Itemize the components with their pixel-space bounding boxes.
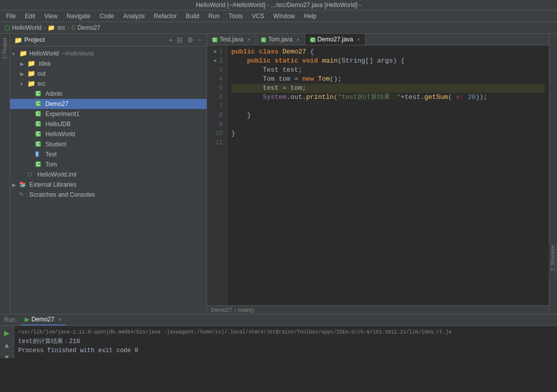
tree-item-Student[interactable]: CStudent [10, 139, 207, 149]
tree-item-external-libraries[interactable]: ▶📚External Libraries [10, 180, 207, 190]
gutter-line-11: 11 [207, 138, 227, 147]
tree-item-HelloWorld[interactable]: CHelloWorld [10, 129, 207, 139]
tab-demo27-java[interactable]: CDemo27.java× [305, 34, 366, 45]
tab-icon-demo27-java: C [310, 36, 316, 43]
tree-label-helloworld-iml: HelloWorld.iml [37, 171, 76, 178]
tree-item-idea[interactable]: ▶📁.idea [10, 59, 207, 69]
menu-item-refactor[interactable]: Refactor [150, 12, 181, 21]
tab-icon-tom-java: C [261, 36, 267, 43]
tab-label-tom-java: Tom.java [268, 36, 292, 43]
minimize-icon[interactable]: − [196, 36, 202, 44]
tree-label-Student: Student [45, 141, 66, 148]
breadcrumb-helloworld[interactable]: HelloWorld [12, 24, 41, 31]
tree-arrow-Admin [28, 91, 35, 97]
tab-test-java[interactable]: CTest.java× [207, 34, 256, 45]
breadcrumb-demo27[interactable]: Demo27 [77, 24, 100, 31]
add-icon[interactable]: + [168, 36, 174, 44]
settings-icon[interactable]: ⚙ [186, 36, 194, 44]
bottom-controls: ▶ ▲ ▼ ■ ≡ [0, 326, 14, 358]
run-button[interactable]: ▶ [2, 328, 12, 338]
tree-item-Demo27[interactable]: CDemo27 [10, 99, 207, 109]
tree-arrow-external-libraries: ▶ [12, 182, 19, 188]
tab-close-test-java[interactable]: × [247, 37, 250, 42]
scroll-down-button[interactable]: ▼ [2, 352, 12, 358]
tabs-bar: CTest.java×CTom.java×CDemo27.java× [207, 34, 549, 45]
tree-label-Test: Test [45, 151, 57, 158]
run-arrow-1[interactable]: ▶ [214, 47, 217, 57]
bottom-tab-icon: ▶ [25, 316, 29, 323]
tree-label-external-libraries: External Libraries [29, 181, 76, 188]
tree-icon-Tom: C [35, 160, 43, 169]
gutter-line-5: 5 [207, 84, 227, 93]
code-line-5: 💡 test = tom; [231, 84, 545, 93]
menu-item-code[interactable]: Code [95, 12, 118, 21]
run-label: Run: [2, 315, 19, 325]
breadcrumb: ⬡ HelloWorld › 📁 src › C Demo27 [0, 22, 557, 34]
menu-item-analyze[interactable]: Analyze [119, 12, 149, 21]
breadcrumb-demo27-icon: C [71, 25, 75, 31]
tree-label-Demo27: Demo27 [45, 100, 68, 107]
gutter-line-3: 3 [207, 66, 227, 75]
bottom-tab-close[interactable]: × [59, 317, 62, 322]
tree-item-helloworld-iml[interactable]: ⬡HelloWorld.iml [10, 170, 207, 180]
menu-item-view[interactable]: View [40, 12, 62, 21]
breadcrumb-icon: ⬡ [4, 24, 10, 32]
editor[interactable]: ▶1▶234567891011 public class Demo27 { pu… [207, 45, 549, 305]
tree-arrow-HelloJDB [28, 122, 35, 127]
run-arrow-2[interactable]: ▶ [214, 57, 217, 66]
tree-item-scratches[interactable]: ✎Scratches and Consoles [10, 190, 207, 200]
scroll-up-button[interactable]: ▲ [2, 340, 12, 350]
tree-item-Test[interactable]: ITest [10, 149, 207, 159]
bottom-content: ▶ ▲ ▼ ■ ≡ /usr/lib/jvm/java-1.11.0-openj… [0, 326, 557, 358]
tab-label-demo27-java: Demo27.java [318, 36, 353, 43]
menu-item-edit[interactable]: Edit [21, 12, 39, 21]
project-header: 📁 Project + ⊟ ⚙ − [10, 34, 207, 46]
tab-tom-java[interactable]: CTom.java× [256, 34, 305, 45]
console-line-exit: Process finished with exit code 0 [18, 346, 553, 355]
breadcrumb-src[interactable]: src [57, 24, 65, 31]
side-strip: 1: Project [0, 34, 10, 314]
bottom-tabs-bar: Run: ▶ Demo27 × [0, 314, 557, 326]
tree-label-Admin: Admin [45, 90, 63, 97]
menu-item-run[interactable]: Run [205, 12, 224, 21]
console-output: /usr/lib/jvm/java-1.11.0-openjdk-amd64/b… [14, 326, 557, 358]
tab-close-tom-java[interactable]: × [296, 37, 299, 42]
menu-item-navigate[interactable]: Navigate [63, 12, 94, 21]
menu-item-window[interactable]: Window [269, 12, 299, 21]
code-line-1: public class Demo27 { [231, 47, 545, 57]
menu-item-vcs[interactable]: VCS [248, 12, 269, 21]
gutter-line-8: 8 [207, 111, 227, 120]
tree-icon-HelloJDB: C [35, 120, 43, 128]
tree-icon-Experiment1: C [35, 110, 43, 118]
code-line-7 [231, 102, 545, 111]
code-content[interactable]: public class Demo27 { public static void… [227, 45, 549, 305]
project-strip-label[interactable]: 1: Project [1, 36, 9, 61]
tree-item-HelloJDB[interactable]: CHelloJDB [10, 119, 207, 129]
tree-label-Experiment1: Experiment1 [45, 110, 79, 118]
tree-item-helloworld-root[interactable]: ▾📁HelloWorld~/HelloWorld [10, 48, 207, 59]
editor-breadcrumb: Demo27 › main() [207, 305, 549, 314]
tree-item-src[interactable]: ▾📁src [10, 79, 207, 89]
tab-close-demo27-java[interactable]: × [357, 37, 360, 42]
structure-strip-label[interactable]: 2: Structure [549, 243, 557, 273]
tree-item-Admin[interactable]: CAdmin [10, 89, 207, 99]
tree-icon-helloworld-iml: ⬡ [27, 171, 35, 179]
gutter-line-4: 4 [207, 75, 227, 84]
tree-arrow-HelloWorld [28, 132, 35, 137]
tree-item-Tom[interactable]: CTom [10, 159, 207, 170]
menu-item-help[interactable]: Help [300, 12, 321, 21]
tree-arrow-Tom [28, 162, 35, 167]
tree-item-out[interactable]: ▶📁out [10, 69, 207, 79]
tree-label-out: out [37, 70, 46, 77]
menu-item-build[interactable]: Build [182, 12, 204, 21]
code-line-8: } [231, 111, 545, 120]
menu-item-tools[interactable]: Tools [225, 12, 247, 21]
tree-arrow-Test [28, 152, 35, 157]
line-numbers: ▶1▶234567891011 [207, 45, 227, 305]
bottom-tab-demo27[interactable]: ▶ Demo27 × [21, 314, 65, 325]
tree-item-Experiment1[interactable]: CExperiment1 [10, 109, 207, 119]
menu-item-file[interactable]: File [2, 12, 20, 21]
project-tree: ▾📁HelloWorld~/HelloWorld▶📁.idea▶📁out▾📁sr… [10, 46, 207, 314]
tree-icon-HelloWorld: C [35, 130, 43, 138]
layout-icon[interactable]: ⊟ [176, 36, 184, 44]
